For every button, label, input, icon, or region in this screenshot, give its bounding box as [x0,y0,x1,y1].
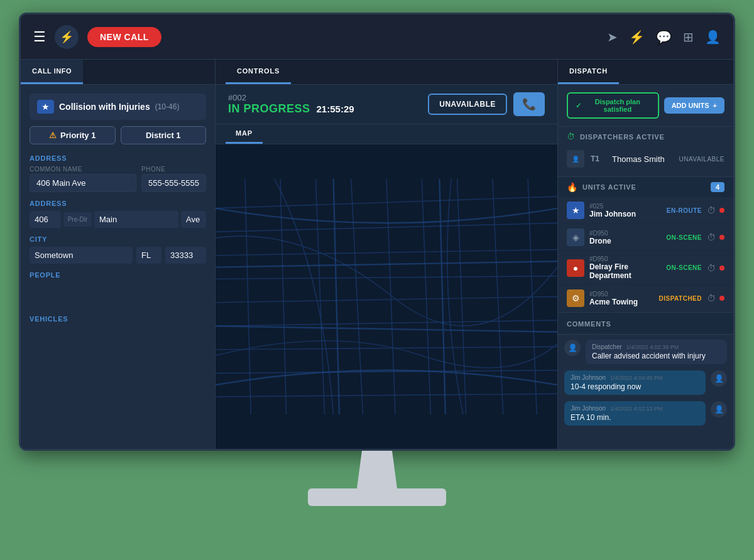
monitor-stand-neck [352,451,402,488]
unit-id-3: #D950 [589,291,653,298]
unit-icon-3: ⚙ [567,289,584,307]
phone-field[interactable]: 555-555-5555 [141,174,206,192]
district-badge[interactable]: District 1 [121,126,207,144]
unavailable-button[interactable]: UNAVAILABLE [428,94,507,115]
unit-row: ★ #025 Jim Johnson EN-ROUTE ⏱ [558,197,733,224]
user-icon[interactable]: 👤 [705,30,721,45]
controls-tab[interactable]: CONTROLS [226,60,291,84]
add-units-button[interactable]: ADD UNITS + [664,97,724,114]
units-label: UNITS ACTIVE [582,183,711,191]
lightning-icon[interactable]: ⚡ [629,30,645,45]
addr-suffix-field[interactable]: Ave [181,211,206,228]
incident-time: 21:55:29 [317,104,354,114]
people-area [30,283,206,308]
unit-name-1: Drone [589,237,661,245]
dispatch-plan-button[interactable]: ✓ Dispatch plan satisfied [567,92,659,119]
tab-call-info[interactable]: CALL INFO [21,60,83,84]
unit-actions-3: ⏱ [707,293,724,303]
center-panel: CONTROLS #002 IN PROGRESS 21:55:29 UNAVA… [216,60,557,449]
comment-author-1: Jim Johnson 1/4/2022 4:04:45 PM [571,374,699,381]
common-name-sub-label: COMMON NAME [30,166,136,173]
addr-street-field[interactable]: Main [94,211,178,228]
incident-actions: UNAVAILABLE 📞 [428,92,545,116]
incident-status: IN PROGRESS [228,102,310,116]
dispatchers-section: ⏱ DISPATCHERS ACTIVE 👤 T1 Thomas Smith U… [558,127,733,177]
unit-row-2: ● #D950 Delray Fire Department ON-SCENE … [558,251,733,285]
top-nav: ☰ ⚡ NEW CALL ➤ ⚡ 💬 ⊞ 👤 [21,14,733,60]
dispatchers-section-header: ⏱ DISPATCHERS ACTIVE [567,132,724,141]
map-tab[interactable]: MAP [226,124,263,144]
dispatcher-status: UNAVAILABLE [679,156,724,163]
district-label: District 1 [146,131,181,140]
comment-item-2: 👤 Jim Johnson 1/4/2022 4:02:13 PM ETA 10… [564,401,727,426]
new-call-button[interactable]: NEW CALL [87,27,161,47]
common-name-field[interactable]: 406 Main Ave [30,174,136,192]
comments-label: COMMENTS [567,320,611,328]
monitor-stand-base [308,488,446,506]
unit-dot-1 [719,235,724,240]
unit-info-1: #D950 Drone [589,230,661,245]
comment-avatar-1: 👤 [711,370,727,387]
comments-list: 👤 Dispatcher 1/4/2022 4:02:39 PM Caller … [558,335,733,449]
unit-id-0: #025 [589,203,662,210]
logo-symbol: ⚡ [60,30,74,44]
state-field[interactable]: FL [136,247,161,264]
address-label: ADDRESS [30,200,206,207]
unit-dot-3 [719,296,724,301]
left-panel-body: ★ Collision with Injuries (10-46) ⚠ Prio… [21,85,215,449]
comment-bubble-1: Jim Johnson 1/4/2022 4:04:45 PM 10-4 res… [564,370,706,395]
dispatchers-label: DISPATCHERS ACTIVE [580,133,665,141]
addr-num-field[interactable]: 406 [30,211,61,228]
address-section-label: ADDRESS [30,154,206,162]
addr-predir-field[interactable]: Pre-Dir [63,212,92,227]
vehicles-section-label: VEHICLES [30,315,206,323]
chat-icon[interactable]: 💬 [656,30,672,45]
dispatcher-id: T1 [591,154,606,163]
dispatch-plan-label: Dispatch plan satisfied [585,98,650,113]
unit-clock-3[interactable]: ⏱ [707,293,716,303]
left-tab-row: CALL INFO [21,60,215,85]
unit-status-2: ON-SCENE [666,264,702,271]
unit-clock-2[interactable]: ⏱ [707,263,716,273]
unit-clock-0[interactable]: ⏱ [707,205,716,215]
svg-rect-0 [216,179,557,414]
comment-text-2: ETA 10 min. [571,413,699,422]
comment-bubble-2: Jim Johnson 1/4/2022 4:02:13 PM ETA 10 m… [564,401,706,426]
map-svg [216,144,557,449]
grid-icon[interactable]: ⊞ [683,30,694,45]
phone-sub-label: PHONE [141,166,206,173]
unit-row-1: ◈ #D950 Drone ON-SCENE ⏱ [558,224,733,251]
incident-header: #002 IN PROGRESS 21:55:29 UNAVAILABLE 📞 [216,85,557,124]
fire-icon: 🔥 [567,182,577,192]
hamburger-icon[interactable]: ☰ [33,29,46,45]
unit-status-1: ON-SCENE [666,234,702,241]
dispatch-tab[interactable]: DISPATCH [558,60,619,84]
tab-3[interactable] [106,60,128,84]
navigation-icon[interactable]: ➤ [607,30,618,45]
comment-author-0: Dispatcher 1/4/2022 4:02:39 PM [592,343,721,350]
city-field[interactable]: Sometown [30,247,133,264]
comment-avatar-2: 👤 [711,401,727,417]
unit-name-0: Jim Johnson [589,210,662,218]
comment-avatar-0: 👤 [564,340,581,356]
unit-info-2: #D950 Delray Fire Department [589,256,661,280]
priority-badge[interactable]: ⚠ Priority 1 [30,126,116,144]
comment-bubble-0: Dispatcher 1/4/2022 4:02:39 PM Caller ad… [586,340,727,364]
left-panel: CALL INFO ★ Collision with Injuries (10-… [21,60,216,449]
unit-clock-1[interactable]: ⏱ [707,232,716,242]
map-container [216,144,557,449]
tab-2[interactable] [83,60,106,84]
unit-actions-1: ⏱ [707,232,724,242]
zip-field[interactable]: 33333 [165,247,206,264]
unit-icon-0: ★ [567,202,584,219]
comment-item-1: 👤 Jim Johnson 1/4/2022 4:04:45 PM 10-4 r… [564,370,727,395]
common-name-row: COMMON NAME 406 Main Ave PHONE 555-555-5… [30,166,206,192]
dispatcher-avatar: 👤 [567,150,584,168]
address-row: 406 Pre-Dir Main Ave [30,211,206,228]
checkmark-icon: ✓ [576,102,581,110]
people-section-label: PEOPLE [30,271,206,279]
unit-icon-2: ● [567,259,584,277]
incident-type-code: (10-46) [155,102,180,111]
dispatcher-row: 👤 T1 Thomas Smith UNAVAILABLE [567,146,724,171]
phone-button[interactable]: 📞 [513,92,545,116]
